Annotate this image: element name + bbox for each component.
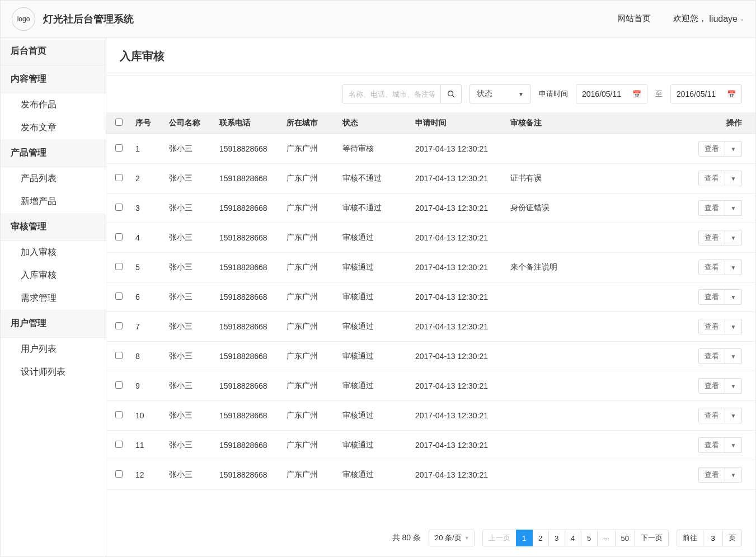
nav-group-title[interactable]: 产品管理 — [1, 139, 106, 167]
row-checkbox[interactable] — [115, 174, 123, 181]
select-all-checkbox[interactable] — [115, 119, 123, 126]
cell-city: 广东广州 — [282, 282, 338, 312]
jump-label: 前往 — [677, 530, 703, 546]
nav-item[interactable]: 发布文章 — [1, 116, 106, 139]
date-to-input[interactable]: 2016/05/11 📅 — [670, 84, 742, 103]
more-actions-button[interactable]: ▼ — [725, 348, 742, 364]
sidebar: 后台首页内容管理发布作品发布文章产品管理产品列表新增产品审核管理加入审核入库审核… — [1, 37, 106, 556]
row-checkbox[interactable] — [115, 470, 123, 478]
search-button[interactable] — [440, 84, 462, 103]
page-number-button[interactable]: 50 — [615, 530, 635, 546]
cell-phone: 15918828668 — [215, 134, 282, 164]
view-button[interactable]: 查看 — [698, 259, 725, 275]
jump-suffix: 页 — [722, 530, 742, 546]
row-checkbox[interactable] — [115, 352, 123, 359]
nav-item[interactable]: 用户列表 — [1, 338, 106, 361]
cell-city: 广东广州 — [282, 253, 338, 282]
more-actions-button[interactable]: ▼ — [725, 141, 742, 157]
view-button[interactable]: 查看 — [698, 200, 725, 216]
row-checkbox[interactable] — [115, 144, 123, 152]
view-button[interactable]: 查看 — [698, 230, 725, 246]
more-actions-button[interactable]: ▼ — [725, 378, 742, 394]
more-actions-button[interactable]: ▼ — [725, 289, 742, 305]
cell-remark — [506, 342, 677, 371]
column-header: 审核备注 — [506, 112, 677, 134]
cell-phone: 15918828668 — [215, 401, 282, 431]
more-actions-button[interactable]: ▼ — [725, 467, 742, 483]
nav-group-title[interactable]: 内容管理 — [1, 65, 106, 93]
nav-item[interactable]: 设计师列表 — [1, 361, 106, 384]
apply-time-label: 申请时间 — [539, 89, 568, 99]
view-button[interactable]: 查看 — [698, 289, 725, 305]
nav-item[interactable]: 发布作品 — [1, 93, 106, 116]
page-number-button[interactable]: 1 — [516, 530, 533, 546]
nav-item[interactable]: 加入审核 — [1, 241, 106, 264]
view-button[interactable]: 查看 — [698, 348, 725, 364]
view-button[interactable]: 查看 — [698, 467, 725, 483]
page-number-button[interactable]: 2 — [532, 530, 549, 546]
more-actions-button[interactable]: ▼ — [725, 259, 742, 275]
view-button[interactable]: 查看 — [698, 378, 725, 394]
view-button[interactable]: 查看 — [698, 319, 725, 334]
more-actions-button[interactable]: ▼ — [725, 171, 742, 186]
cell-status: 审核通过 — [338, 223, 411, 253]
more-actions-button[interactable]: ▼ — [725, 319, 742, 334]
row-checkbox[interactable] — [115, 322, 123, 329]
cell-phone: 15918828668 — [215, 282, 282, 312]
cell-city: 广东广州 — [282, 134, 338, 164]
row-checkbox[interactable] — [115, 292, 123, 300]
more-actions-button[interactable]: ▼ — [725, 230, 742, 246]
row-checkbox[interactable] — [115, 233, 123, 240]
row-checkbox[interactable] — [115, 441, 123, 448]
row-checkbox[interactable] — [115, 411, 123, 418]
nav-item[interactable]: 需求管理 — [1, 287, 106, 310]
view-button[interactable]: 查看 — [698, 408, 725, 423]
cell-remark — [506, 371, 677, 401]
view-button[interactable]: 查看 — [698, 171, 725, 186]
nav-group-title[interactable]: 审核管理 — [1, 213, 106, 241]
more-actions-button[interactable]: ▼ — [725, 200, 742, 216]
cell-index: 7 — [131, 312, 165, 342]
page-number-button[interactable]: 5 — [581, 530, 598, 546]
row-checkbox[interactable] — [115, 381, 123, 389]
nav-item[interactable]: 入库审核 — [1, 264, 106, 287]
nav-group-title[interactable]: 后台首页 — [1, 37, 106, 65]
cell-city: 广东广州 — [282, 431, 338, 460]
cell-city: 广东广州 — [282, 371, 338, 401]
view-button[interactable]: 查看 — [698, 437, 725, 453]
cell-remark — [506, 460, 677, 490]
row-checkbox[interactable] — [115, 263, 123, 270]
date-to-value: 2016/05/11 — [677, 89, 716, 98]
row-checkbox[interactable] — [115, 204, 123, 211]
cell-remark — [506, 401, 677, 431]
jump-input[interactable] — [703, 530, 722, 546]
page-size-select[interactable]: 20 条/页 ▼ — [429, 530, 475, 546]
date-from-input[interactable]: 2016/05/11 📅 — [576, 84, 647, 103]
page-number-button[interactable]: 3 — [548, 530, 565, 546]
column-header: 联系电话 — [215, 112, 282, 134]
caret-down-icon: ▼ — [518, 91, 524, 97]
nav-item[interactable]: 新增产品 — [1, 190, 106, 213]
date-to-label: 至 — [655, 89, 663, 99]
column-header: 状态 — [338, 112, 411, 134]
cell-time: 2017-04-13 12:30:21 — [411, 342, 506, 371]
table-row: 12张小三15918828668广东广州审核通过2017-04-13 12:30… — [106, 460, 755, 490]
more-actions-button[interactable]: ▼ — [725, 408, 742, 423]
nav-group-title[interactable]: 用户管理 — [1, 310, 106, 338]
cell-remark: 来个备注说明 — [506, 253, 677, 282]
cell-index: 6 — [131, 282, 165, 312]
status-select[interactable]: 状态 ▼ — [469, 84, 531, 103]
table-row: 9张小三15918828668广东广州审核通过2017-04-13 12:30:… — [106, 371, 755, 401]
site-home-link[interactable]: 网站首页 — [617, 13, 651, 24]
nav-item[interactable]: 产品列表 — [1, 167, 106, 190]
more-actions-button[interactable]: ▼ — [725, 437, 742, 453]
cell-index: 8 — [131, 342, 165, 371]
view-button[interactable]: 查看 — [698, 141, 725, 157]
prev-page-button[interactable]: 上一页 — [482, 530, 516, 546]
user-menu[interactable]: 欢迎您， liudaye ⌄ — [673, 13, 744, 24]
search-input[interactable] — [342, 84, 440, 103]
svg-point-0 — [448, 91, 453, 96]
table-row: 5张小三15918828668广东广州审核通过2017-04-13 12:30:… — [106, 253, 755, 282]
page-number-button[interactable]: 4 — [565, 530, 581, 546]
next-page-button[interactable]: 下一页 — [635, 530, 669, 546]
